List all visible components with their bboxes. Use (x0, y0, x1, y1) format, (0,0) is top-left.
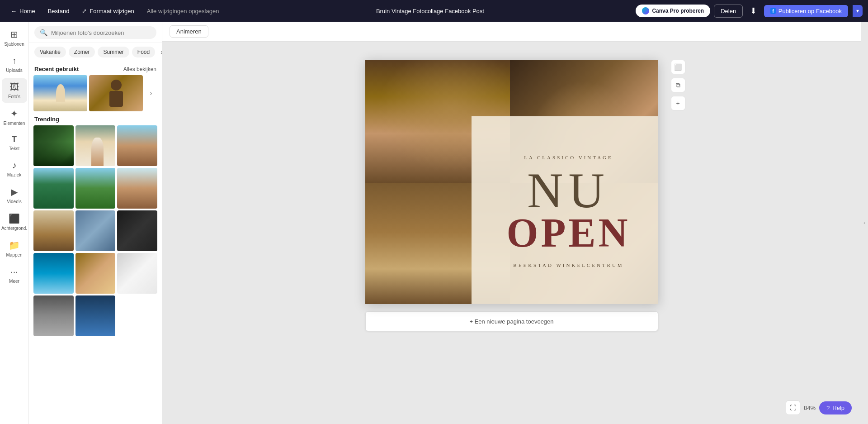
doc-title: Bruin Vintage Fotocollage Facebook Post (376, 8, 484, 14)
chip-more-button[interactable]: › (158, 47, 162, 57)
fotos-icon: 🖼 (10, 82, 19, 92)
formaat-button[interactable]: ⤢ Formaat wijzigen (76, 5, 139, 17)
publish-button[interactable]: f Publiceren op Facebook (764, 5, 848, 17)
download-icon: ⬇ (750, 6, 757, 15)
muziek-icon: ♪ (12, 160, 17, 171)
trending-photo-2[interactable] (75, 125, 116, 166)
overlay-subtitle: LA CLASSICO VINTAGE (524, 155, 613, 160)
page-ctrl-view[interactable]: ⬜ (671, 60, 685, 74)
search-icon: 🔍 (40, 29, 47, 36)
canvas-container[interactable]: ⬜ ⧉ + (162, 42, 861, 424)
sidebar-item-sjablonen[interactable]: ⊞ Sjablonen (2, 25, 27, 50)
home-button[interactable]: ← Home (5, 5, 41, 17)
trending-photo-6[interactable] (117, 168, 157, 209)
tekst-icon: T (12, 135, 17, 144)
zoom-fit-button[interactable]: ⛶ (786, 400, 800, 415)
trending-photo-4[interactable] (33, 168, 74, 209)
page-ctrl-add[interactable]: + (671, 96, 685, 110)
overlay-open: OPEN (506, 213, 630, 253)
help-icon: ? (826, 405, 830, 411)
canvas-overlay: LA CLASSICO VINTAGE NU OPEN BEEKSTAD WIN… (472, 116, 658, 304)
page-controls: ⬜ ⧉ + (671, 60, 685, 110)
resize-icon: ⤢ (82, 8, 87, 14)
sidebar-item-meer[interactable]: ··· Meer (2, 263, 27, 287)
publish-label: Publiceren op Facebook (778, 8, 842, 14)
sidebar-item-videos[interactable]: ▶ Video's (2, 183, 27, 208)
search-input[interactable] (51, 29, 151, 36)
trending-photo-12[interactable] (117, 253, 157, 294)
canvas-area: Animeren ⬜ ⧉ + (162, 22, 861, 424)
trending-photo-1[interactable] (33, 125, 74, 166)
search-bar: 🔍 (29, 22, 162, 43)
panel-scroll: Recent gebruikt Alles bekijken › (29, 61, 162, 424)
recent-grid: › (33, 75, 157, 111)
canvas-toolbar: Animeren (162, 22, 861, 42)
home-icon: ← (11, 8, 17, 14)
chip-zomer[interactable]: Zomer (69, 47, 95, 57)
trending-photo-9[interactable] (117, 210, 157, 251)
sidebar-label-meer: Meer (9, 279, 19, 284)
add-icon: + (676, 100, 679, 107)
help-label: Help (832, 405, 844, 411)
canva-pro-button[interactable]: Canva Pro proberen (636, 5, 710, 17)
recent-title: Recent gebruikt (34, 66, 79, 72)
overlay-nu: NU (527, 166, 610, 215)
page-ctrl-copy[interactable]: ⧉ (671, 78, 685, 92)
trending-photo-3[interactable] (117, 125, 157, 166)
sidebar-item-tekst[interactable]: T Tekst (2, 131, 27, 155)
sidebar-label-videos: Video's (7, 199, 21, 204)
sidebar-label-muziek: Muziek (7, 172, 22, 177)
canvas-wrapper: ⬜ ⧉ + (365, 60, 658, 331)
home-label: Home (19, 8, 35, 14)
chip-vakantie[interactable]: Vakantie (34, 47, 66, 57)
trending-photo-10[interactable] (33, 253, 74, 294)
delen-button[interactable]: Delen (714, 5, 743, 18)
fb-icon: f (770, 8, 776, 14)
formaat-label: Formaat wijzigen (90, 8, 134, 14)
download-button[interactable]: ⬇ (746, 4, 760, 18)
sidebar-label-mappen: Mappen (6, 252, 22, 257)
sjablonen-icon: ⊞ (10, 29, 18, 40)
recent-next-button[interactable]: › (145, 75, 157, 111)
add-page-button[interactable]: + Een nieuwe pagina toevoegen (365, 311, 658, 331)
topbar: ← Home Bestand ⤢ Formaat wijzigen Alle w… (0, 0, 868, 22)
sidebar-item-muziek[interactable]: ♪ Muziek (2, 157, 27, 181)
meer-icon: ··· (10, 267, 18, 277)
trending-photo-11[interactable] (75, 253, 116, 294)
help-button[interactable]: ? Help (819, 401, 852, 414)
sidebar-item-uploads[interactable]: ↑ Uploads (2, 52, 27, 76)
animeren-label: Animeren (176, 28, 202, 35)
topbar-left: ← Home Bestand ⤢ Formaat wijzigen Alle w… (5, 5, 224, 17)
trending-photo-13[interactable] (33, 295, 74, 336)
bestand-label: Bestand (48, 8, 70, 14)
chip-food[interactable]: Food (132, 47, 155, 57)
sidebar-item-mappen[interactable]: 📁 Mappen (2, 236, 27, 261)
trending-photo-5[interactable] (75, 168, 116, 209)
sidebar-item-fotos[interactable]: 🖼 Foto's (2, 78, 27, 103)
trending-photo-14[interactable] (75, 295, 116, 336)
sidebar-item-elementen[interactable]: ✦ Elementen (2, 105, 27, 129)
arrow-right-icon: › (150, 89, 152, 97)
publish-more-button[interactable]: ▾ (853, 5, 863, 17)
copy-icon: ⧉ (676, 81, 680, 89)
delen-label: Delen (721, 8, 736, 14)
zoom-label: 84% (804, 405, 816, 411)
trending-photo-7[interactable] (33, 210, 74, 251)
sidebar-item-achtergrond[interactable]: ⬛ Achtergrond. (2, 210, 27, 234)
right-collapse-panel[interactable]: › (861, 22, 868, 424)
alles-bekijken-link[interactable]: Alles bekijken (123, 66, 156, 72)
trending-photo-8[interactable] (75, 210, 116, 251)
recent-photo-1[interactable] (33, 75, 87, 111)
overlay-location: BEEKSTAD WINKELCENTRUM (513, 262, 623, 268)
animeren-button[interactable]: Animeren (170, 25, 208, 38)
canva-pro-label: Canva Pro proberen (652, 8, 704, 14)
bestand-button[interactable]: Bestand (42, 5, 75, 17)
uploads-icon: ↑ (12, 56, 17, 66)
chip-summer[interactable]: Summer (98, 47, 129, 57)
expand-icon: ⛶ (790, 404, 796, 411)
collapse-icon: › (863, 220, 865, 225)
trending-section-header: Trending (33, 111, 157, 125)
search-input-wrap: 🔍 (34, 26, 156, 39)
recent-photo-2[interactable] (89, 75, 143, 111)
recent-section-header: Recent gebruikt Alles bekijken (33, 61, 157, 75)
